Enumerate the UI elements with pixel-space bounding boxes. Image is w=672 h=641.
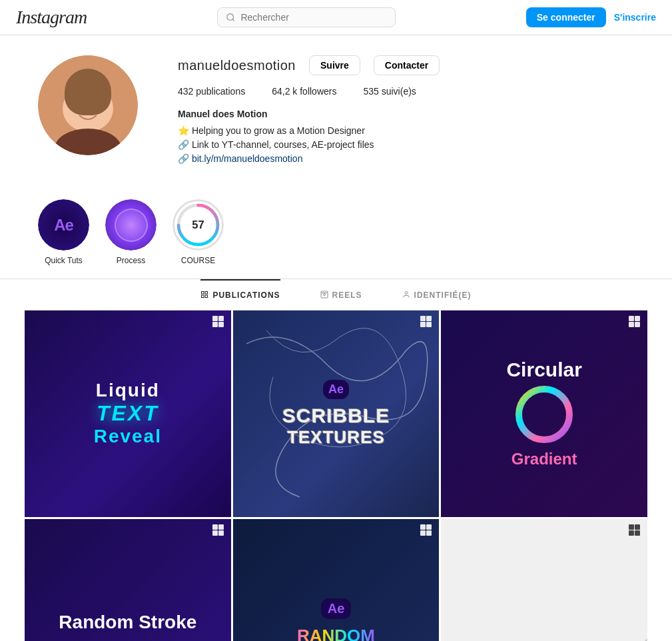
svg-point-19 — [405, 291, 408, 294]
course-ring-svg: 57 — [174, 199, 222, 251]
story-circle-process — [105, 199, 157, 251]
grid-item-post4[interactable]: Random Stroke — [25, 519, 231, 641]
stories-section: Ae Quick Tuts Process — [25, 199, 647, 265]
username: manueldoesmotion — [178, 58, 296, 73]
post1-content: Liquid TEXT Reveal — [94, 380, 162, 447]
grid-item-post5[interactable]: Ae RANDOM — [233, 519, 440, 641]
svg-rect-15 — [205, 295, 208, 298]
stat-publications: 432 publications — [178, 86, 245, 97]
tab-reels[interactable]: REELS — [320, 279, 362, 310]
publications-icon — [200, 290, 208, 301]
tab-publications-label: PUBLICATIONS — [212, 291, 280, 300]
svg-rect-14 — [202, 295, 204, 298]
grid-item-post2[interactable]: Ae SCRIBBLE TEXTURES — [233, 311, 440, 517]
post4-content: Random Stroke — [45, 598, 210, 642]
logo: Instagram — [16, 7, 87, 28]
post3-title: Circular — [506, 358, 581, 381]
grid-item-post6[interactable] — [441, 519, 647, 641]
svg-rect-13 — [205, 292, 208, 295]
svg-point-7 — [77, 101, 82, 107]
story-label-quick-tuts: Quick Tuts — [45, 256, 83, 265]
post4-title: Random Stroke — [59, 612, 196, 633]
story-course-icon: 57 — [172, 199, 224, 251]
story-item-quick-tuts[interactable]: Ae Quick Tuts — [38, 199, 89, 265]
photo-grid: Liquid TEXT Reveal Ae S — [25, 311, 647, 641]
collection-icon-1 — [212, 316, 226, 329]
post5-random: RANDOM — [297, 626, 375, 642]
stat-followers: 64,2 k followers — [272, 86, 336, 97]
story-circle-course: 57 — [172, 199, 224, 251]
svg-point-20 — [519, 389, 569, 440]
profile-info: manueldoesmotion Suivre Contacter 432 pu… — [178, 55, 634, 166]
tab-tagged[interactable]: IDENTIFIÉ(E) — [402, 279, 472, 310]
profile-top: manueldoesmotion Suivre Contacter — [178, 55, 634, 75]
header-actions: Se connecter S'inscrire — [526, 7, 656, 27]
post2-content: Ae SCRIBBLE TEXTURES — [282, 380, 390, 448]
post1-liquid: Liquid — [94, 380, 162, 401]
tab-tagged-label: IDENTIFIÉ(E) — [414, 291, 472, 300]
tabs-section: PUBLICATIONS REELS IDENTIFIÉ(E) — [25, 279, 647, 311]
story-item-course[interactable]: 57 COURSE — [172, 199, 224, 265]
collection-icon-4 — [212, 524, 226, 538]
story-process-icon — [105, 199, 157, 251]
story-item-process[interactable]: Process — [105, 199, 157, 265]
photo-grid-section: Liquid TEXT Reveal Ae S — [25, 311, 647, 641]
grid-item-post3[interactable]: Circular Gradient — [441, 311, 647, 517]
avatar — [38, 55, 138, 155]
search-bar[interactable] — [217, 7, 396, 27]
post3-subtitle: Gradient — [506, 450, 581, 468]
circular-gradient-ring — [511, 381, 577, 448]
post5-ae: Ae — [321, 598, 352, 619]
post1-text: TEXT — [94, 401, 162, 426]
svg-rect-21 — [441, 519, 647, 641]
reels-icon — [320, 290, 328, 301]
avatar-image — [38, 55, 138, 155]
bio-line-1: ⭐ Helping you to grow as a Motion Design… — [178, 124, 634, 138]
svg-line-1 — [232, 19, 234, 21]
bio: Manuel does Motion ⭐ Helping you to grow… — [178, 107, 634, 166]
svg-point-3 — [67, 73, 109, 111]
svg-point-5 — [69, 86, 107, 115]
post6-curl-svg — [441, 519, 647, 641]
tab-reels-label: REELS — [332, 291, 362, 300]
story-ae-icon: Ae — [38, 199, 89, 251]
svg-rect-12 — [202, 292, 204, 295]
svg-point-17 — [323, 293, 325, 295]
post1-reveal: Reveal — [94, 426, 162, 447]
stats: 432 publications 64,2 k followers 535 su… — [178, 86, 634, 97]
collection-icon-6 — [629, 524, 642, 538]
collection-icon-3 — [629, 316, 642, 329]
contact-button[interactable]: Contacter — [374, 55, 440, 75]
story-label-process: Process — [117, 256, 145, 265]
collection-icon-2 — [420, 316, 434, 329]
svg-rect-16 — [321, 291, 328, 298]
svg-text:57: 57 — [192, 219, 204, 231]
search-icon — [226, 12, 236, 23]
tagged-icon — [402, 290, 410, 301]
post2-scribble: SCRIBBLE — [282, 404, 390, 427]
signin-button[interactable]: S'inscrire — [614, 12, 656, 23]
post2-ae: Ae — [323, 380, 349, 399]
collection-icon-5 — [420, 524, 434, 538]
post3-content: Circular Gradient — [506, 358, 581, 468]
tab-publications[interactable]: PUBLICATIONS — [200, 279, 280, 310]
follow-button[interactable]: Suivre — [309, 55, 360, 75]
story-circle-quick-tuts: Ae — [38, 199, 89, 251]
profile-section: manueldoesmotion Suivre Contacter 432 pu… — [25, 55, 647, 186]
svg-point-8 — [94, 101, 99, 107]
grid-item-post1[interactable]: Liquid TEXT Reveal — [25, 311, 231, 517]
post2-textures: TEXTURES — [282, 427, 390, 448]
connect-button[interactable]: Se connecter — [526, 7, 606, 27]
search-input[interactable] — [240, 12, 386, 23]
story-label-course: COURSE — [181, 256, 215, 265]
stat-following: 535 suivi(e)s — [363, 86, 416, 97]
post5-content: Ae RANDOM — [297, 598, 375, 642]
svg-point-0 — [227, 14, 234, 21]
bio-link[interactable]: bit.ly/m/manueldoesmotion — [192, 153, 303, 164]
header: Instagram Se connecter S'inscrire — [0, 0, 672, 35]
bio-line-3: 🔗 bit.ly/m/manueldoesmotion — [178, 152, 634, 166]
svg-point-4 — [63, 85, 113, 132]
bio-line-2: 🔗 Link to YT-channel, courses, AE-projec… — [178, 138, 634, 152]
display-name: Manuel does Motion — [178, 107, 634, 121]
